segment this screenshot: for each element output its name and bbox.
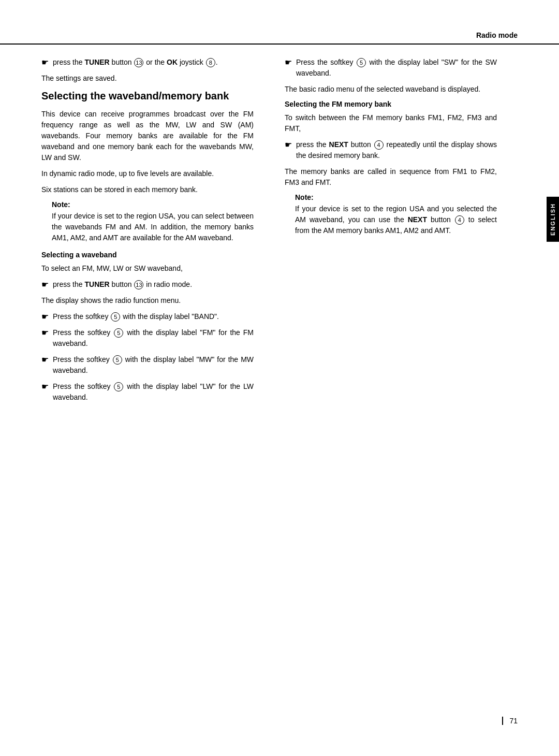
bullet-arrow-next: ☛ xyxy=(285,140,292,150)
waveband-para1: This device can receive programmes broad… xyxy=(41,109,254,163)
tuner-bullet: ☛ press the TUNER button 13 or the OK jo… xyxy=(41,57,254,68)
fm-bank-intro: To switch between the FM memory banks FM… xyxy=(285,112,497,134)
settings-saved: The settings are saved. xyxy=(41,73,254,84)
left-column: ☛ press the TUNER button 13 or the OK jo… xyxy=(0,57,269,706)
right-column: ☛ Press the softkey 5 with the display l… xyxy=(269,57,538,706)
next-button-text: press the NEXT button 4 repeatedly until… xyxy=(296,139,497,161)
english-tab: ENGLISH xyxy=(547,197,559,242)
circle-8: 8 xyxy=(206,58,215,67)
softkey-band-bullet: ☛ Press the softkey 5 with the display l… xyxy=(41,311,254,322)
waveband-intro: To select an FM, MW, LW or SW waveband, xyxy=(41,263,254,274)
footer: 71 xyxy=(0,706,559,725)
bullet-arrow-tuner-radio: ☛ xyxy=(41,280,49,289)
softkey-sw-bullet: ☛ Press the softkey 5 with the display l… xyxy=(285,57,497,79)
softkey-fm-text: Press the softkey 5 with the display lab… xyxy=(53,327,254,349)
section-heading-waveband: Selecting the waveband/memory bank xyxy=(41,89,254,103)
note-box-2: Note: If your device is set to the regio… xyxy=(295,193,497,236)
display-shows: The display shows the radio function men… xyxy=(41,295,254,306)
softkey-lw-text: Press the softkey 5 with the display lab… xyxy=(53,381,254,403)
bullet-arrow-mw: ☛ xyxy=(41,355,49,365)
bullet-arrow-sw: ☛ xyxy=(285,57,292,67)
bullet-arrow-fm: ☛ xyxy=(41,328,49,338)
circle-4-1: 4 xyxy=(374,140,384,150)
softkey-band-text: Press the softkey 5 with the display lab… xyxy=(53,311,219,322)
next-button-bullet: ☛ press the NEXT button 4 repeatedly unt… xyxy=(285,139,497,161)
circle-5-fm: 5 xyxy=(114,328,123,338)
waveband-para3: Six stations can be stored in each memor… xyxy=(41,184,254,195)
page-header: Radio mode xyxy=(0,31,559,45)
circle-5-sw: 5 xyxy=(357,58,366,67)
subsection-heading-fm-bank: Selecting the FM memory bank xyxy=(285,100,497,108)
softkey-lw-bullet: ☛ Press the softkey 5 with the display l… xyxy=(41,381,254,403)
circle-5-lw: 5 xyxy=(114,382,123,391)
memory-banks-called: The memory banks are called in sequence … xyxy=(285,166,497,188)
tuner-radio-bullet: ☛ press the TUNER button 13 in radio mod… xyxy=(41,279,254,290)
circle-5-band: 5 xyxy=(111,312,120,322)
page: Radio mode ENGLISH ☛ press the TUNER but… xyxy=(0,0,559,756)
softkey-sw-text: Press the softkey 5 with the display lab… xyxy=(296,57,497,79)
note-text-1: If your device is set to the region USA,… xyxy=(52,211,254,243)
circle-13-1: 13 xyxy=(134,58,143,67)
note-box-1: Note: If your device is set to the regio… xyxy=(52,200,254,243)
basic-radio-menu: The basic radio menu of the selected wav… xyxy=(285,84,497,95)
note-text-2: If your device is set to the region USA … xyxy=(295,203,497,236)
note-label-2: Note: xyxy=(295,193,497,201)
note-label-1: Note: xyxy=(52,200,254,209)
circle-5-mw: 5 xyxy=(113,355,122,365)
bullet-arrow-band: ☛ xyxy=(41,312,49,322)
waveband-para2: In dynamic radio mode, up to five levels… xyxy=(41,168,254,179)
circle-13-2: 13 xyxy=(134,280,143,289)
tuner-bullet-text: press the TUNER button 13 or the OK joys… xyxy=(53,57,218,68)
softkey-mw-bullet: ☛ Press the softkey 5 with the display l… xyxy=(41,354,254,376)
softkey-fm-bullet: ☛ Press the softkey 5 with the display l… xyxy=(41,327,254,349)
page-number: 71 xyxy=(502,717,518,725)
softkey-mw-text: Press the softkey 5 with the display lab… xyxy=(53,354,254,376)
content-area: ☛ press the TUNER button 13 or the OK jo… xyxy=(0,57,559,706)
subsection-heading-waveband: Selecting a waveband xyxy=(41,251,254,259)
circle-4-2: 4 xyxy=(455,215,464,225)
tuner-radio-text: press the TUNER button 13 in radio mode. xyxy=(53,279,192,290)
bullet-arrow-1: ☛ xyxy=(41,57,49,67)
header-title: Radio mode xyxy=(476,31,518,39)
bullet-arrow-lw: ☛ xyxy=(41,382,49,391)
